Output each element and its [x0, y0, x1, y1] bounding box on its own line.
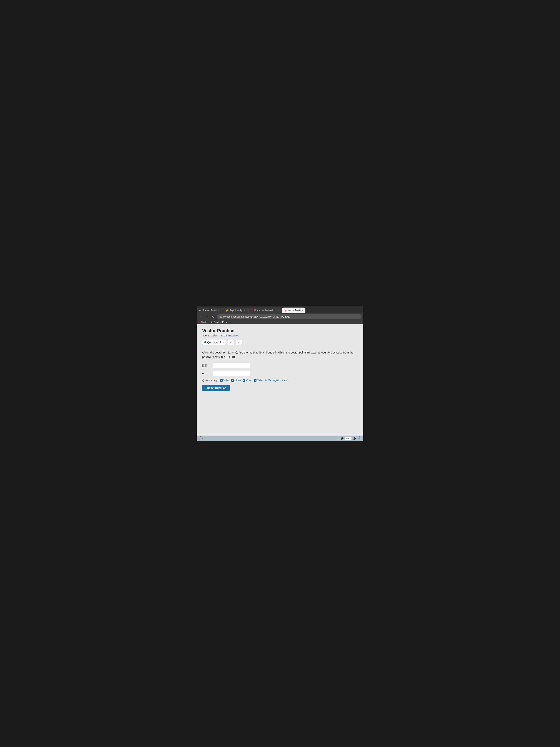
tab-rapididentity-close[interactable]: ✕ [243, 309, 246, 312]
bookmark-portal-label: Student Portal [214, 321, 228, 324]
magnitude-input-row: ||u|| = [202, 363, 358, 368]
help-video-3[interactable]: ▶ Video [243, 379, 252, 382]
forward-button[interactable]: → [205, 315, 210, 319]
help-video-4-label: Video [257, 379, 263, 382]
taskbar: ⠿ ◉ cms ◕ 🏃 [197, 436, 363, 441]
question-nav: Question 11 ▼ < > [202, 340, 358, 345]
rapididentity-icon: ⚡ [225, 309, 228, 312]
figure-icon[interactable]: 🏃 [357, 436, 362, 440]
question-select[interactable]: Question 11 ▼ [202, 340, 226, 345]
tab-grades-close[interactable]: ✕ [277, 309, 279, 312]
screen-wrapper: ⟳ Student Portal ✕ ⚡ RapidIdentity ✕ P G… [197, 306, 363, 441]
help-video-3-label: Video [246, 379, 252, 382]
back-button[interactable]: ← [198, 315, 203, 319]
page-title: Vector Practice [202, 328, 358, 333]
address-bar-row: ← → ↻ 🔒 myopenmath.com/assess2/?cid=7021… [197, 313, 363, 320]
reload-button[interactable]: ↻ [211, 315, 215, 319]
theta-input-row: θ = [202, 371, 358, 376]
chrome-icon[interactable]: ◕ [353, 436, 356, 440]
home-circle[interactable] [198, 436, 203, 440]
help-video-2[interactable]: ▶ Video [231, 379, 241, 382]
tab-vector-practice[interactable]: ◎ Vector Practice [282, 308, 305, 313]
taskbar-right: ⠿ ◉ cms ◕ 🏃 [337, 436, 362, 440]
question-text: Given the vector u = ⟨2, − 4⟩, find the … [202, 350, 358, 359]
grid-icon[interactable]: ⠿ [337, 436, 339, 440]
bookmark-grades-label: Grades [201, 321, 208, 324]
envelope-icon: ✉ [265, 379, 267, 382]
tab-grades-attendance[interactable]: P Grades and Attendance ✕ [249, 307, 282, 313]
bookmarks-bar: P Grades ⟳ Student Portal [197, 320, 363, 325]
bookmark-grades[interactable]: P Grades [198, 321, 208, 324]
play-icon-3: ▶ [243, 379, 245, 382]
lock-icon: 🔒 [219, 315, 222, 318]
cms-badge: cms [345, 437, 351, 440]
magnitude-input[interactable] [213, 363, 250, 368]
help-video-4[interactable]: ▶ Video [254, 379, 263, 382]
help-video-1[interactable]: ▶ Video [220, 379, 230, 382]
score-label: Score: 15/28 [202, 334, 218, 337]
message-instructor-link[interactable]: ✉ Message instructor [265, 379, 288, 382]
help-video-1-label: Video [223, 379, 230, 382]
help-video-2-label: Video [235, 379, 241, 382]
taskbar-left [198, 436, 203, 440]
browser-chrome: ⟳ Student Portal ✕ ⚡ RapidIdentity ✕ P G… [197, 306, 363, 325]
next-question-button[interactable]: > [236, 340, 242, 345]
bookmark-student-portal[interactable]: ⟳ Student Portal [211, 321, 228, 324]
magnitude-label: ||u|| = [202, 364, 212, 367]
theta-label: θ = [202, 372, 212, 375]
address-bar[interactable]: 🔒 myopenmath.com/assess2/?cid=70212&aid=… [217, 314, 362, 319]
tab-student-portal[interactable]: ⟳ Student Portal ✕ [197, 308, 223, 313]
grades-icon: P [251, 309, 253, 312]
play-icon-2: ▶ [231, 379, 234, 382]
url-text: myopenmath.com/assess2/?cid=70212&aid=50… [223, 315, 290, 318]
tab-student-portal-label: Student Portal [203, 309, 216, 312]
message-instructor-label: Message instructor [268, 379, 288, 382]
bookmark-grades-icon: P [198, 321, 200, 324]
play-icon-1: ▶ [220, 379, 222, 382]
student-portal-icon: ⟳ [199, 309, 201, 312]
question-help-row: Question Help: ▶ Video ▶ Video ▶ Video ▶… [202, 379, 358, 382]
vector-icon: ◎ [285, 309, 287, 312]
score-value: 15/28 [211, 334, 218, 337]
answered-text: 17/28 answered [220, 334, 239, 337]
tab-bar: ⟳ Student Portal ✕ ⚡ RapidIdentity ✕ P G… [197, 306, 363, 313]
bookmark-portal-icon: ⟳ [211, 321, 213, 324]
theta-input[interactable] [213, 371, 250, 376]
tab-rapididentity-label: RapidIdentity [230, 309, 242, 312]
tab-rapididentity[interactable]: ⚡ RapidIdentity ✕ [223, 308, 249, 313]
question-body: Given the vector u = ⟨2, − 4⟩, find the … [202, 349, 358, 395]
dropdown-arrow-icon: ▼ [222, 341, 224, 343]
camera-icon[interactable]: ◉ [341, 436, 344, 440]
prev-question-button[interactable]: < [228, 340, 234, 345]
score-row: Score: 15/28 17/28 answered [202, 334, 358, 337]
tab-student-portal-close[interactable]: ✕ [218, 309, 220, 312]
submit-question-button[interactable]: Submit Question [202, 385, 230, 391]
help-label: Question Help: [202, 379, 218, 382]
question-label: Question 11 [207, 341, 221, 344]
question-dot [204, 341, 206, 343]
page-content: Vector Practice Score: 15/28 17/28 answe… [197, 325, 363, 436]
play-icon-4: ▶ [254, 379, 257, 382]
tab-grades-label: Grades and Attendance [254, 309, 276, 312]
tab-vector-label: Vector Practice [288, 309, 303, 312]
